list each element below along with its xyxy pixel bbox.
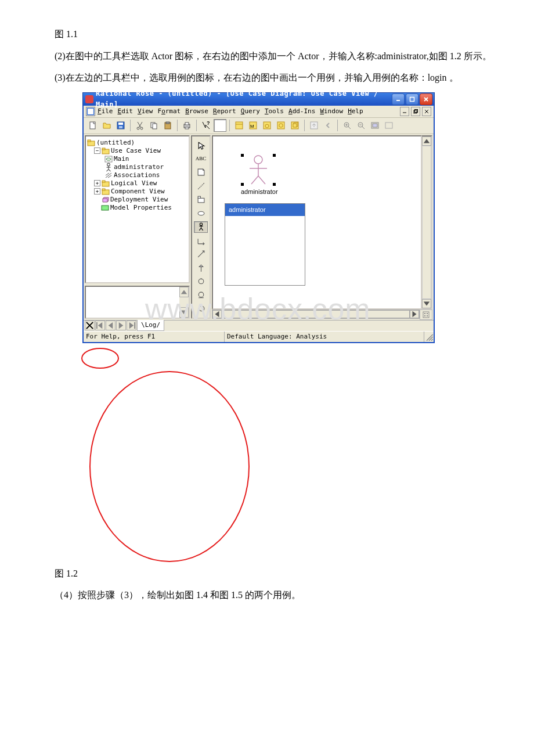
circle-tool-icon[interactable] [194,275,208,287]
tree-logical-view[interactable]: + Logical View [87,179,187,188]
print-icon[interactable] [181,119,193,132]
tree-model-properties[interactable]: Model Properties [87,204,187,212]
fit-window-icon[interactable] [369,119,381,132]
svg-rect-61 [102,181,105,182]
menu-file[interactable]: File [98,106,113,117]
undo-fit-icon[interactable] [383,119,395,132]
browse-state-icon[interactable] [275,119,287,132]
doc-scrollbar[interactable] [179,287,189,318]
close-button[interactable] [420,93,432,105]
svg-rect-13 [119,126,122,128]
status-bar: For Help, press F1 Default Language: Ana… [84,331,434,342]
doc-close[interactable] [422,107,431,116]
log-tab[interactable]: \Log/ [137,320,164,331]
unknown-btn[interactable] [214,119,226,132]
svg-rect-64 [102,206,109,210]
menu-view[interactable]: View [138,106,153,117]
overview-icon[interactable] [420,309,432,320]
canvas-vscroll[interactable] [422,135,432,309]
maximize-button[interactable] [406,93,418,105]
scroll-left-icon[interactable] [212,310,222,318]
scroll-down-icon[interactable] [422,299,431,308]
svg-line-74 [198,251,204,257]
browser-tree[interactable]: (untitled) − Use Case View Main administ… [85,135,190,283]
package-tool-icon[interactable] [194,194,208,206]
context-help-icon[interactable]: ? [200,119,212,132]
anchor-tool-icon[interactable] [194,180,208,192]
svg-rect-24 [185,127,189,129]
tree-use-case-view[interactable]: − Use Case View [87,147,187,155]
canvas-hscroll[interactable] [212,309,420,319]
new-icon[interactable] [86,119,99,132]
paste-icon[interactable] [161,119,174,132]
menu-tools[interactable]: Tools [265,106,284,117]
menu-query[interactable]: Query [241,106,260,117]
doc-minimize[interactable] [400,107,409,116]
svg-rect-19 [153,124,157,129]
note-tool-icon[interactable] [194,167,208,178]
svg-rect-47 [88,140,91,142]
generalize-tool-icon[interactable] [194,262,208,273]
text-tool-icon[interactable]: ABC [194,153,208,164]
menu-help[interactable]: Help [348,106,363,117]
selection-box[interactable]: administrator [225,203,305,286]
browse-prev-icon[interactable] [322,119,334,132]
menu-report[interactable]: Report [213,106,236,117]
svg-rect-34 [291,122,298,129]
tree-main[interactable]: Main [87,155,187,163]
browse-component-icon[interactable] [261,119,273,132]
status-lang: Default Language: Analysis [225,332,424,342]
menu-window[interactable]: Window [320,106,343,117]
browse-class-icon[interactable] [233,119,246,132]
unidir-assoc-tool-icon[interactable] [194,235,208,246]
svg-line-41 [362,127,365,129]
canvas-wrap: administrator administrator [212,135,432,319]
window-titlebar[interactable]: Rational Rose - (untitled) - [Use Case D… [82,92,435,106]
open-icon[interactable] [100,119,113,132]
browse-deploy-icon[interactable] [288,119,301,132]
tree-associations[interactable]: Associations [87,171,187,179]
browse-parent-icon[interactable] [308,119,320,132]
save-icon[interactable] [114,119,127,132]
svg-point-82 [254,156,262,164]
tree-root[interactable]: (untitled) [87,139,187,147]
rounded-tool-icon[interactable] [194,289,208,301]
dependency-tool-icon[interactable] [194,249,208,260]
log-prev-icon[interactable] [106,321,116,330]
log-first-icon[interactable] [95,321,105,330]
scroll-right-icon[interactable] [410,310,419,318]
actor-element[interactable]: administrator [241,154,278,197]
svg-point-16 [137,127,139,129]
actor-tool-icon[interactable] [194,221,208,233]
menu-format[interactable]: Format [158,106,181,117]
svg-point-68 [198,211,204,215]
control-tool-icon[interactable] [194,303,208,314]
select-tool-icon[interactable] [194,139,208,151]
cut-icon[interactable] [134,119,146,132]
copy-icon[interactable] [147,119,160,132]
tree-administrator[interactable]: administrator [87,163,187,171]
minimize-button[interactable] [392,93,405,105]
zoom-out-icon[interactable] [355,119,367,132]
tree-component-view[interactable]: + Component View [87,188,187,196]
menu-addins[interactable]: Add-Ins [288,106,315,117]
scroll-up-icon[interactable] [422,136,431,146]
browse-interaction-icon[interactable]: M [247,119,259,132]
documentation-pane[interactable] [85,286,190,319]
log-last-icon[interactable] [127,321,136,330]
scroll-up-icon[interactable] [179,287,189,297]
scroll-down-icon[interactable] [179,307,189,318]
doc-restore[interactable] [411,107,420,116]
usecase-tool-icon[interactable] [194,207,208,219]
resize-grip-icon[interactable] [424,332,434,341]
diagram-canvas[interactable]: administrator administrator [212,135,422,309]
log-next-icon[interactable] [116,321,126,330]
log-close-icon[interactable] [85,321,95,330]
menu-browse[interactable]: Browse [185,106,208,117]
paragraph-step-3: (3)在左边的工具栏中，选取用例的图标，在右边的图中画出一个用例，并输入用例的名… [36,70,498,85]
svg-rect-12 [118,123,123,125]
tree-deployment-view[interactable]: Deployment View [87,196,187,204]
svg-rect-45 [385,123,392,128]
menu-edit[interactable]: Edit [118,106,134,117]
zoom-in-icon[interactable] [341,119,353,132]
